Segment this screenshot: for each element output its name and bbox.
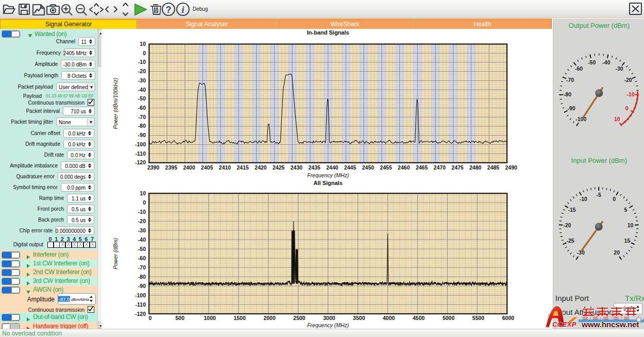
- svg-text:-70: -70: [566, 77, 574, 83]
- svg-text:-50: -50: [588, 59, 596, 65]
- svg-text:-20: -20: [624, 77, 632, 83]
- svg-text:-10: -10: [627, 91, 635, 97]
- svg-text:-80: -80: [564, 91, 571, 97]
- svg-text:1500: 1500: [233, 315, 246, 321]
- svg-text:-5: -5: [597, 192, 601, 198]
- svg-text:-40: -40: [602, 59, 610, 65]
- svg-text:2475: 2475: [451, 164, 464, 171]
- svg-text:-110: -110: [135, 301, 146, 308]
- svg-text:-70: -70: [138, 264, 146, 271]
- svg-text:-30: -30: [615, 65, 623, 72]
- svg-text:-20: -20: [563, 222, 571, 228]
- svg-text:CCEXP: CCEXP: [552, 321, 577, 328]
- svg-text:-30: -30: [138, 227, 146, 233]
- svg-text:2460: 2460: [398, 164, 410, 171]
- svg-text:2490: 2490: [505, 164, 518, 171]
- svg-text:6000: 6000: [502, 315, 515, 321]
- svg-text:0: 0: [143, 199, 146, 206]
- svg-text:0: 0: [143, 50, 146, 56]
- svg-text:3000: 3000: [323, 315, 335, 321]
- svg-text:4000: 4000: [383, 315, 395, 321]
- svg-text:-10: -10: [138, 209, 146, 215]
- svg-text:20: 20: [614, 249, 620, 256]
- svg-text:-100: -100: [135, 141, 146, 147]
- svg-text:-20: -20: [138, 218, 146, 224]
- svg-text:-100: -100: [575, 116, 586, 122]
- svg-text:-10: -10: [580, 196, 587, 202]
- svg-text:-80: -80: [138, 123, 146, 129]
- svg-text:-30: -30: [138, 77, 146, 83]
- svg-text:10: 10: [628, 222, 634, 228]
- svg-text:Output Power (dBm): Output Power (dBm): [569, 22, 630, 29]
- svg-text:2410: 2410: [219, 164, 231, 171]
- svg-text:Power (dBm): Power (dBm): [112, 238, 118, 269]
- svg-text:-50: -50: [138, 246, 146, 252]
- svg-text:-30: -30: [577, 249, 585, 256]
- svg-text:2405: 2405: [201, 164, 213, 171]
- svg-text:2420: 2420: [255, 164, 267, 171]
- svg-text:500: 500: [176, 315, 185, 321]
- svg-text:Frequency (MHz): Frequency (MHz): [307, 172, 349, 178]
- svg-text:-60: -60: [138, 255, 146, 261]
- svg-text:2445: 2445: [344, 164, 357, 171]
- svg-text:All Signals: All Signals: [314, 180, 343, 186]
- svg-text:4500: 4500: [413, 315, 425, 321]
- svg-text:2465: 2465: [416, 164, 428, 171]
- svg-text:-40: -40: [138, 87, 146, 93]
- svg-text:Frequency (MHz): Frequency (MHz): [307, 322, 349, 328]
- svg-text:i: i: [181, 5, 184, 15]
- svg-text:2390: 2390: [147, 164, 160, 171]
- svg-text:2450: 2450: [362, 164, 375, 171]
- svg-text:2415: 2415: [237, 164, 249, 171]
- svg-text:2430: 2430: [291, 164, 303, 171]
- svg-text:Debug: Debug: [193, 6, 208, 12]
- svg-text:-90: -90: [567, 105, 575, 111]
- svg-text:5: 5: [624, 207, 627, 213]
- svg-text:-50: -50: [138, 95, 146, 102]
- svg-text:2480: 2480: [469, 164, 482, 171]
- svg-text:-110: -110: [135, 150, 146, 157]
- svg-text:2000: 2000: [263, 315, 276, 321]
- svg-text:-60: -60: [138, 105, 146, 111]
- svg-text:0: 0: [148, 315, 151, 321]
- svg-text:www.hncsw.net: www.hncsw.net: [581, 320, 639, 329]
- svg-text:-70: -70: [138, 114, 146, 120]
- svg-text:3500: 3500: [353, 315, 365, 321]
- svg-text:-20: -20: [138, 68, 146, 74]
- svg-text:2435: 2435: [309, 164, 321, 171]
- svg-text:-100: -100: [135, 292, 146, 298]
- svg-text:2500: 2500: [293, 315, 306, 321]
- svg-text:-90: -90: [138, 132, 146, 138]
- svg-text:5000: 5000: [443, 315, 455, 321]
- svg-text:10: 10: [614, 116, 620, 122]
- svg-text:-120: -120: [135, 311, 146, 317]
- svg-text:-15: -15: [568, 207, 575, 213]
- svg-text:2440: 2440: [326, 164, 338, 171]
- svg-text:0: 0: [613, 196, 616, 202]
- svg-text:-25: -25: [566, 238, 574, 244]
- svg-text:2455: 2455: [380, 164, 392, 171]
- svg-text:Power (dBm/100kHz): Power (dBm/100kHz): [112, 78, 118, 129]
- svg-text:-120: -120: [135, 159, 146, 165]
- svg-text:10: 10: [140, 41, 146, 47]
- svg-text:-60: -60: [575, 65, 583, 72]
- svg-text:Input Power (dBm): Input Power (dBm): [571, 157, 627, 164]
- svg-text:2425: 2425: [273, 164, 285, 171]
- svg-text:-80: -80: [138, 274, 146, 280]
- svg-text:0: 0: [625, 105, 629, 111]
- svg-text:5500: 5500: [472, 315, 485, 321]
- svg-text:-40: -40: [138, 237, 146, 243]
- svg-text:2470: 2470: [434, 164, 446, 171]
- svg-text:In-band Signals: In-band Signals: [307, 29, 349, 36]
- svg-text:-10: -10: [138, 59, 146, 65]
- svg-text:2395: 2395: [165, 164, 178, 171]
- svg-text:?: ?: [166, 5, 172, 15]
- svg-text:2400: 2400: [183, 164, 195, 171]
- svg-text:15: 15: [624, 238, 631, 244]
- svg-text:1000: 1000: [204, 315, 216, 321]
- svg-text:10: 10: [140, 190, 146, 196]
- svg-text:2485: 2485: [487, 164, 500, 171]
- svg-text:-90: -90: [138, 283, 146, 289]
